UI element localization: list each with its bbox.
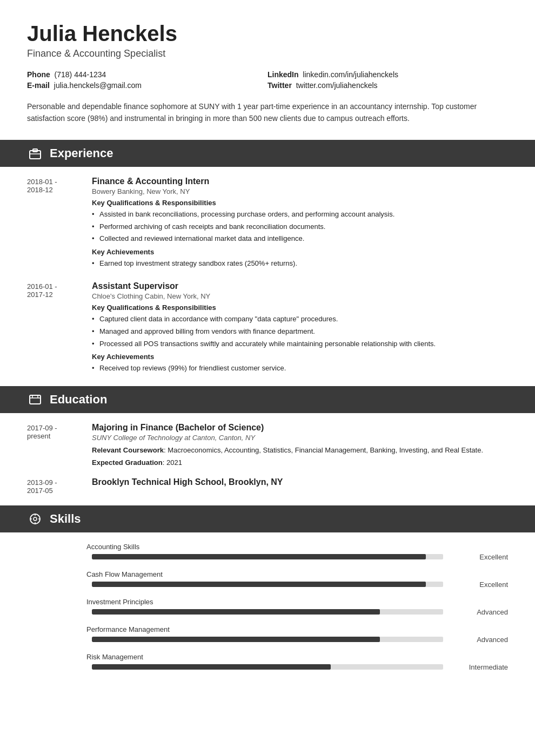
- expected-graduation: Expected Graduation: 2021: [92, 458, 508, 467]
- entry-date: 2017-09 - present: [27, 423, 86, 467]
- skill-bar-container: [92, 664, 443, 670]
- entry-date: 2016-01 - 2017-12: [27, 281, 86, 375]
- skill-name-row: Risk Management: [86, 652, 508, 661]
- achievements-label: Key Achievements: [92, 353, 508, 361]
- education-entry: 2017-09 - present Majoring in Finance (B…: [27, 423, 508, 467]
- entry-company: Bowery Banking, New York, NY: [92, 187, 508, 195]
- skill-bar-fill: [92, 609, 380, 615]
- skill-name-row: Investment Principles: [86, 597, 508, 606]
- skill-entry: Investment Principles Advanced: [27, 597, 508, 616]
- svg-rect-3: [30, 395, 41, 404]
- skill-entry: Risk Management Intermediate: [27, 652, 508, 671]
- skill-name: Accounting Skills: [86, 543, 139, 551]
- education-list: 2017-09 - present Majoring in Finance (B…: [27, 423, 508, 495]
- education-entry: 2013-09 - 2017-05 Brooklyn Technical Hig…: [27, 477, 508, 495]
- entry-title: Assistant Supervisor: [92, 281, 508, 291]
- entry-title: Majoring in Finance (Bachelor of Science…: [92, 423, 508, 433]
- education-section-title: Education: [50, 393, 107, 407]
- skill-bar-row: Intermediate: [86, 663, 508, 671]
- achievement-item: Received top reviews (99%) for friendlie…: [92, 363, 508, 374]
- skill-level: Intermediate: [454, 663, 508, 671]
- coursework: Relevant Coursework: Macroeconomics, Acc…: [92, 445, 508, 456]
- skill-bar-row: Excellent: [86, 580, 508, 589]
- achievement-item: Earned top investment strategy sandbox r…: [92, 258, 508, 269]
- entry-content: Majoring in Finance (Bachelor of Science…: [92, 423, 508, 467]
- candidate-name: Julia Henckels: [27, 22, 508, 46]
- school-name: SUNY College of Technology at Canton, Ca…: [92, 434, 508, 442]
- qualification-item: Collected and reviewed international mar…: [92, 233, 508, 245]
- entry-content: Finance & Accounting Intern Bowery Banki…: [92, 177, 508, 271]
- qualification-item: Captured client data in accordance with …: [92, 314, 508, 325]
- skills-section-title: Skills: [50, 512, 81, 526]
- qualifications-list: Assisted in bank reconciliations, proces…: [92, 209, 508, 245]
- skill-level: Advanced: [454, 608, 508, 616]
- linkedin-item: LinkedIn linkedin.com/in/juliahenckels: [268, 70, 508, 79]
- skill-entry: Cash Flow Management Excellent: [27, 570, 508, 589]
- email-label: E-mail: [27, 81, 50, 90]
- linkedin-label: LinkedIn: [268, 70, 299, 79]
- skill-name: Risk Management: [86, 653, 143, 661]
- skill-name-row: Performance Management: [86, 625, 508, 633]
- linkedin-value: linkedin.com/in/juliahenckels: [303, 70, 398, 79]
- experience-list: 2018-01 - 2018-12 Finance & Accounting I…: [27, 177, 508, 375]
- skill-bar-container: [92, 554, 443, 559]
- experience-entry: 2018-01 - 2018-12 Finance & Accounting I…: [27, 177, 508, 271]
- phone-item: Phone (718) 444-1234: [27, 70, 268, 79]
- entry-company: Chloe's Clothing Cabin, New York, NY: [92, 292, 508, 300]
- qualifications-list: Captured client data in accordance with …: [92, 314, 508, 349]
- education-section-header: Education: [0, 386, 535, 413]
- achievements-list: Received top reviews (99%) for friendlie…: [92, 363, 508, 374]
- summary-text: Personable and dependable finance sophom…: [27, 100, 508, 125]
- skill-level: Advanced: [454, 636, 508, 644]
- skill-bar-container: [92, 582, 443, 587]
- skill-bar-fill: [92, 554, 426, 559]
- svg-point-8: [34, 517, 37, 521]
- entry-date: 2013-09 - 2017-05: [27, 477, 86, 495]
- skills-icon: [27, 511, 43, 527]
- skill-bar-fill: [92, 582, 426, 587]
- qualification-item: Assisted in bank reconciliations, proces…: [92, 209, 508, 220]
- email-value: julia.henckels@gmail.com: [54, 81, 142, 90]
- skill-level: Excellent: [454, 580, 508, 589]
- candidate-title: Finance & Accounting Specialist: [27, 48, 508, 59]
- experience-icon: [27, 145, 43, 161]
- skills-section-header: Skills: [0, 505, 535, 532]
- skill-bar-row: Advanced: [86, 608, 508, 616]
- skill-bar-container: [92, 609, 443, 615]
- skill-name: Performance Management: [86, 625, 170, 633]
- skill-level: Excellent: [454, 553, 508, 561]
- skill-entry: Performance Management Advanced: [27, 625, 508, 644]
- skill-name-row: Cash Flow Management: [86, 570, 508, 578]
- skills-list: Accounting Skills Excellent Cash Flow Ma…: [27, 542, 508, 671]
- skill-bar-fill: [92, 664, 331, 670]
- twitter-value: twitter.com/juliahenckels: [296, 81, 378, 90]
- skill-name: Investment Principles: [86, 598, 153, 606]
- qualification-item: Performed archiving of cash receipts and…: [92, 221, 508, 233]
- phone-value: (718) 444-1234: [55, 70, 106, 79]
- twitter-label: Twitter: [268, 81, 292, 90]
- skill-bar-row: Excellent: [86, 553, 508, 561]
- entry-title: Brooklyn Technical High School, Brooklyn…: [92, 477, 508, 487]
- skill-bar-row: Advanced: [86, 636, 508, 644]
- qualifications-label: Key Qualifications & Responsibilities: [92, 303, 508, 312]
- education-icon: [27, 392, 43, 408]
- entry-date: 2018-01 - 2018-12: [27, 177, 86, 271]
- achievements-label: Key Achievements: [92, 248, 508, 256]
- achievements-list: Earned top investment strategy sandbox r…: [92, 258, 508, 269]
- email-item: E-mail julia.henckels@gmail.com: [27, 81, 268, 90]
- experience-section-title: Experience: [50, 146, 113, 160]
- skill-bar-fill: [92, 637, 380, 642]
- skill-entry: Accounting Skills Excellent: [27, 542, 508, 561]
- skill-bar-container: [92, 637, 443, 642]
- qualification-item: Processed all POS transactions swiftly a…: [92, 339, 508, 350]
- qualifications-label: Key Qualifications & Responsibilities: [92, 199, 508, 207]
- skill-name-row: Accounting Skills: [86, 542, 508, 551]
- qualification-item: Managed and approved billing from vendor…: [92, 326, 508, 338]
- entry-title: Finance & Accounting Intern: [92, 177, 508, 186]
- skill-name: Cash Flow Management: [86, 570, 163, 578]
- twitter-item: Twitter twitter.com/juliahenckels: [268, 81, 508, 90]
- experience-section-header: Experience: [0, 140, 535, 167]
- phone-label: Phone: [27, 70, 50, 79]
- entry-content: Brooklyn Technical High School, Brooklyn…: [92, 477, 508, 495]
- entry-content: Assistant Supervisor Chloe's Clothing Ca…: [92, 281, 508, 375]
